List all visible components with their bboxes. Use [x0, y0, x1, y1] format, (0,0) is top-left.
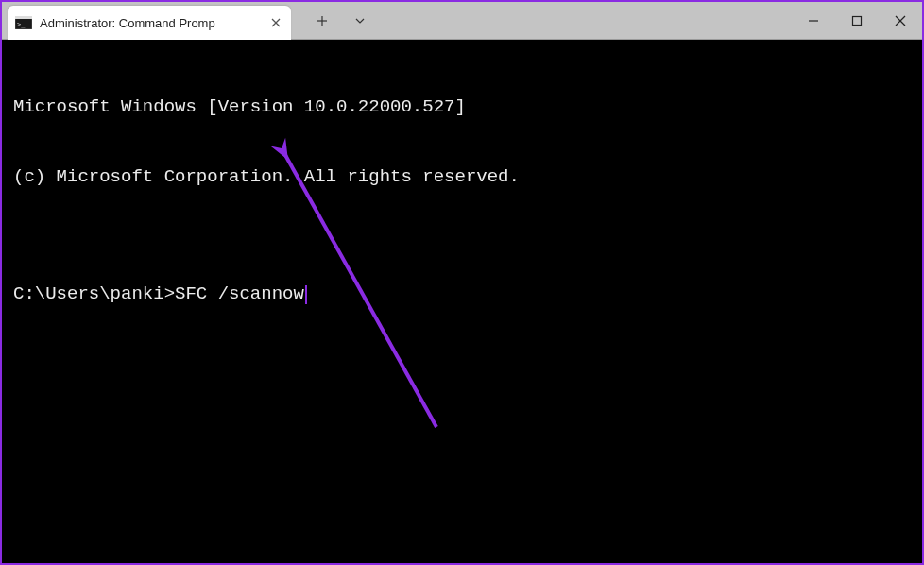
terminal-prompt-line: C:\Users\panki>SFC /scannow — [13, 282, 911, 306]
terminal-area[interactable]: Microsoft Windows [Version 10.0.22000.52… — [2, 40, 922, 563]
titlebar: >_ Administrator: Command Promp — [2, 2, 922, 40]
cmd-icon: >_ — [15, 15, 32, 30]
terminal-line: (c) Microsoft Corporation. All rights re… — [13, 165, 911, 189]
terminal-text: C:\Users\panki>SFC /scannow — [13, 283, 304, 304]
titlebar-drag-area[interactable] — [376, 2, 792, 39]
terminal-tab[interactable]: >_ Administrator: Command Promp — [8, 6, 291, 40]
new-tab-button[interactable] — [306, 5, 338, 37]
minimize-button[interactable] — [792, 2, 835, 40]
tab-actions — [291, 2, 376, 39]
tab-dropdown-button[interactable] — [344, 5, 376, 37]
text-cursor — [305, 285, 307, 304]
svg-rect-1 — [15, 16, 32, 19]
window-controls — [792, 2, 922, 39]
tab-close-button[interactable] — [266, 13, 285, 32]
close-button[interactable] — [879, 2, 922, 40]
tab-title: Administrator: Command Promp — [40, 16, 259, 30]
terminal-line: Microsoft Windows [Version 10.0.22000.52… — [13, 95, 911, 119]
svg-rect-8 — [853, 17, 862, 26]
svg-text:>_: >_ — [17, 21, 26, 28]
maximize-button[interactable] — [835, 2, 879, 40]
